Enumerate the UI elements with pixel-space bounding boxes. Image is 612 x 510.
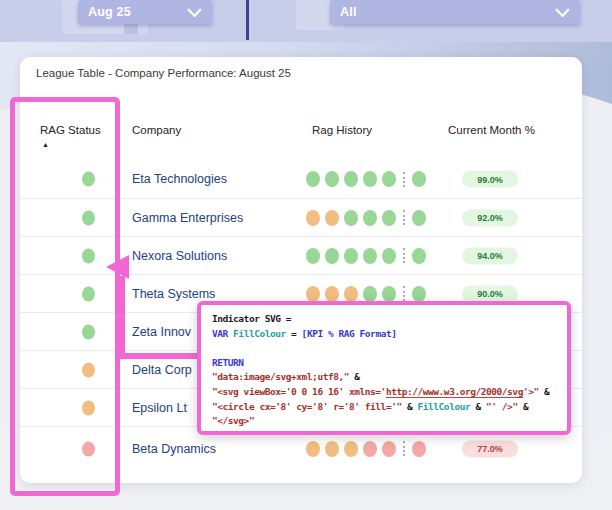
code-line: "<circle cx='8' cy='8' r='8' fill='" & F…: [212, 400, 556, 415]
code-token: &: [539, 386, 550, 397]
code-token: Indicator SVG =: [212, 313, 291, 324]
calendar-decor-foot: [124, 24, 138, 34]
company-link[interactable]: Zeta Innov: [132, 325, 191, 339]
history-dot: [325, 210, 339, 226]
history-dot: [363, 171, 377, 187]
company-filter-value: All: [340, 5, 357, 19]
company-link[interactable]: Nexora Solutions: [132, 249, 227, 263]
history-dot: [382, 171, 396, 187]
code-token: http://www.w3.org/2000/svg: [386, 386, 523, 398]
history-dot: [382, 441, 396, 457]
code-line: RETURN: [212, 356, 556, 371]
rag-history: [306, 441, 431, 457]
history-divider: [403, 172, 405, 187]
code-token: &: [402, 401, 418, 412]
code-token: "data:image/svg+xml;utf8,": [212, 371, 349, 382]
history-dot: [325, 171, 339, 187]
rag-column-highlight-box: [10, 97, 120, 496]
chevron-down-icon[interactable]: [555, 8, 570, 17]
dax-code-tooltip: Indicator SVG =VAR FillColour = [KPI % R…: [197, 301, 571, 435]
current-month-badge: 92.0%: [462, 209, 518, 226]
current-month-badge: 99.0%: [462, 171, 518, 188]
code-token: "<svg viewBox='0 0 16 16' xmlns=': [212, 386, 386, 397]
history-divider: [403, 286, 405, 301]
history-dot: [363, 210, 377, 226]
history-dot: [382, 248, 396, 264]
history-dot: [344, 210, 358, 226]
code-line: "<svg viewBox='0 0 16 16' xmlns='http://…: [212, 385, 556, 400]
code-token: '>": [523, 386, 539, 397]
history-dot: [344, 171, 358, 187]
current-month-badge: 77.0%: [462, 440, 518, 457]
code-token: VAR: [212, 328, 228, 339]
rag-history: [306, 286, 431, 302]
code-token: &: [349, 371, 360, 382]
history-divider: [403, 248, 405, 263]
history-divider: [403, 210, 405, 225]
code-token: RETURN: [212, 357, 244, 368]
latest-dot: [412, 441, 426, 457]
code-token: =: [286, 328, 302, 339]
current-month-badge: 90.0%: [462, 285, 518, 302]
code-line: VAR FillColour = [KPI % RAG Format]: [212, 327, 556, 342]
company-link[interactable]: Delta Corp: [132, 363, 192, 377]
history-dot: [325, 441, 339, 457]
history-dot: [325, 286, 339, 302]
code-token: FillColour: [418, 401, 471, 412]
history-dot: [363, 441, 377, 457]
code-line: Indicator SVG =: [212, 312, 556, 327]
history-dot: [306, 248, 320, 264]
current-month-badge: 94.0%: [462, 247, 518, 264]
history-dot: [344, 286, 358, 302]
history-dot: [325, 248, 339, 264]
rag-history: [306, 210, 431, 226]
rag-history: [306, 248, 431, 264]
history-divider: [403, 441, 405, 456]
code-token: FillColour: [233, 328, 286, 339]
company-link[interactable]: Beta Dynamics: [132, 442, 216, 456]
history-dot: [344, 441, 358, 457]
code-token: "</svg>": [212, 415, 254, 426]
code-token: &: [518, 401, 529, 412]
latest-dot: [412, 286, 426, 302]
dashboard-page: Aug 25 All League Table - Company Perfor…: [0, 0, 612, 510]
rag-history: [306, 171, 431, 187]
history-dot: [382, 286, 396, 302]
card-title: League Table - Company Performance: Augu…: [36, 67, 291, 79]
latest-dot: [412, 210, 426, 226]
history-dot: [306, 210, 320, 226]
history-dot: [363, 286, 377, 302]
code-token: &: [470, 401, 486, 412]
column-header-rag-history[interactable]: Rag History: [312, 124, 372, 136]
company-filter-dropdown[interactable]: All: [330, 0, 580, 24]
code-token: "' />": [486, 401, 518, 412]
company-link[interactable]: Eta Technologies: [132, 172, 227, 186]
slicer-divider: [246, 0, 249, 40]
code-token: [KPI % RAG Format]: [302, 328, 397, 339]
history-dot: [306, 441, 320, 457]
company-link[interactable]: Gamma Enterprises: [132, 211, 243, 225]
latest-dot: [412, 248, 426, 264]
latest-dot: [412, 171, 426, 187]
code-token: "<circle cx='8' cy='8' r='8' fill='": [212, 401, 402, 412]
code-line: "data:image/svg+xml;utf8," &: [212, 370, 556, 385]
history-dot: [363, 248, 377, 264]
company-link[interactable]: Epsilon Lt: [132, 401, 187, 415]
chevron-down-icon[interactable]: [187, 8, 202, 17]
code-line: [212, 341, 556, 356]
column-header-current-month[interactable]: Current Month %: [448, 124, 535, 136]
history-dot: [306, 286, 320, 302]
month-dropdown[interactable]: Aug 25: [78, 0, 212, 24]
company-link[interactable]: Theta Systems: [132, 287, 215, 301]
history-dot: [344, 248, 358, 264]
month-dropdown-value: Aug 25: [88, 5, 131, 19]
code-line: "</svg>": [212, 414, 556, 429]
history-dot: [382, 210, 396, 226]
column-header-company[interactable]: Company: [132, 124, 181, 136]
history-dot: [306, 171, 320, 187]
